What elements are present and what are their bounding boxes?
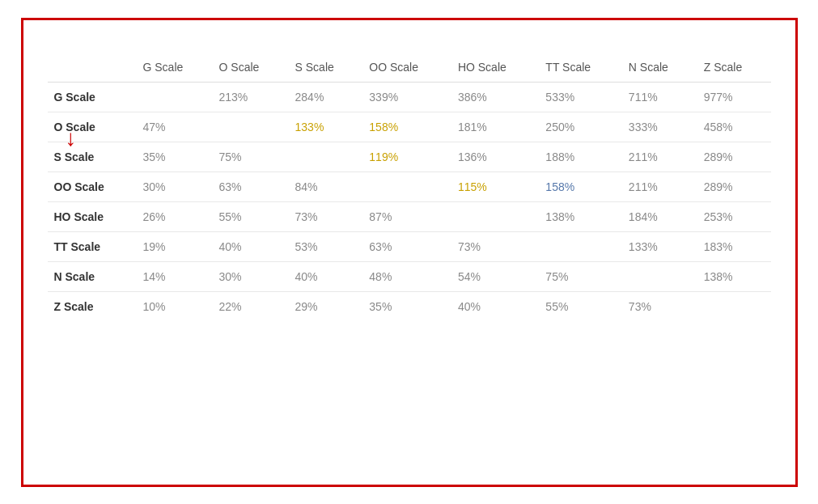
cell-7-1: 22%: [213, 291, 289, 321]
cell-3-1: 63%: [213, 172, 289, 201]
cell-1-1: [213, 112, 289, 142]
column-header-g-scale: G Scale: [137, 53, 213, 83]
cell-3-4: 115%: [451, 172, 539, 201]
row-label-g-scale: G Scale: [48, 82, 137, 112]
cell-1-6: 333%: [622, 112, 697, 142]
cell-7-6: 73%: [622, 291, 697, 321]
cell-5-0: 19%: [137, 231, 213, 261]
column-header-s-scale: S Scale: [289, 53, 363, 83]
cell-7-0: 10%: [137, 291, 213, 321]
cell-0-4: 386%: [451, 82, 539, 112]
cell-2-6: 211%: [622, 142, 697, 172]
cell-7-7: [697, 291, 771, 321]
cell-6-2: 40%: [289, 261, 363, 291]
cell-5-6: 133%: [622, 231, 697, 261]
conversion-table: G ScaleO ScaleS ScaleOO ScaleHO ScaleTT …: [48, 53, 771, 321]
cell-7-2: 29%: [289, 291, 363, 321]
cell-5-5: [539, 231, 622, 261]
cell-0-0: [137, 82, 213, 112]
cell-3-0: 30%: [137, 172, 213, 201]
column-header-tt-scale: TT Scale: [539, 53, 622, 83]
column-header-z-scale: Z Scale: [697, 53, 771, 83]
cell-1-4: 181%: [451, 112, 539, 142]
cell-3-6: 211%: [622, 172, 697, 201]
cell-6-5: 75%: [539, 261, 622, 291]
cell-3-2: 84%: [289, 172, 363, 201]
cell-0-6: 711%: [622, 82, 697, 112]
cell-3-5: 158%: [539, 172, 622, 201]
column-header-n-scale: N Scale: [622, 53, 697, 83]
table-row: HO Scale26%55%73%87%138%184%253%: [48, 201, 771, 231]
cell-4-5: 138%: [539, 201, 622, 231]
cell-3-7: 289%: [697, 172, 771, 201]
cell-2-1: 75%: [213, 142, 289, 172]
row-label-z-scale: Z Scale: [48, 291, 137, 321]
cell-0-5: 533%: [539, 82, 622, 112]
cell-1-7: 458%: [697, 112, 771, 142]
table-row: OO Scale30%63%84%115%158%211%289%: [48, 172, 771, 201]
cell-1-5: 250%: [539, 112, 622, 142]
cell-4-1: 55%: [213, 201, 289, 231]
cell-2-4: 136%: [451, 142, 539, 172]
cell-7-5: 55%: [539, 291, 622, 321]
cell-6-6: [622, 261, 697, 291]
cell-2-5: 188%: [539, 142, 622, 172]
cell-2-3: 119%: [362, 142, 451, 172]
cell-5-1: 40%: [213, 231, 289, 261]
row-label-n-scale: N Scale: [48, 261, 137, 291]
cell-4-3: 87%: [362, 201, 451, 231]
column-header-oo-scale: OO Scale: [362, 53, 451, 83]
row-label-o-scale: O Scale: [48, 112, 137, 142]
cell-4-4: [451, 201, 539, 231]
arrow-icon: ↓: [66, 125, 77, 151]
cell-1-0: 47%: [137, 112, 213, 142]
cell-0-1: 213%: [213, 82, 289, 112]
cell-3-3: [362, 172, 451, 201]
cell-6-7: 138%: [697, 261, 771, 291]
cell-0-2: 284%: [289, 82, 363, 112]
cell-5-7: 183%: [697, 231, 771, 261]
cell-4-2: 73%: [289, 201, 363, 231]
row-label-s-scale: S Scale: [48, 142, 137, 172]
column-header-o-scale: O Scale: [213, 53, 289, 83]
table-row: O Scale47%133%158%181%250%333%458%: [48, 112, 771, 142]
cell-0-7: 977%: [697, 82, 771, 112]
table-row: G Scale213%284%339%386%533%711%977%: [48, 82, 771, 112]
cell-6-4: 54%: [451, 261, 539, 291]
cell-6-0: 14%: [137, 261, 213, 291]
column-header-ho-scale: HO Scale: [451, 53, 539, 83]
cell-7-3: 35%: [362, 291, 451, 321]
cell-1-3: 158%: [362, 112, 451, 142]
cell-1-2: 133%: [289, 112, 363, 142]
cell-2-2: [289, 142, 363, 172]
cell-5-3: 63%: [362, 231, 451, 261]
table-row: TT Scale19%40%53%63%73%133%183%: [48, 231, 771, 261]
cell-5-4: 73%: [451, 231, 539, 261]
cell-5-2: 53%: [289, 231, 363, 261]
cell-4-6: 184%: [622, 201, 697, 231]
table-row: Z Scale10%22%29%35%40%55%73%: [48, 291, 771, 321]
header-arrow-cell: [48, 53, 137, 83]
cell-7-4: 40%: [451, 291, 539, 321]
row-label-tt-scale: TT Scale: [48, 231, 137, 261]
cell-4-0: 26%: [137, 201, 213, 231]
cell-4-7: 253%: [697, 201, 771, 231]
row-label-ho-scale: HO Scale: [48, 201, 137, 231]
cell-6-3: 48%: [362, 261, 451, 291]
cell-2-0: 35%: [137, 142, 213, 172]
row-label-oo-scale: OO Scale: [48, 172, 137, 201]
cell-2-7: 289%: [697, 142, 771, 172]
cell-6-1: 30%: [213, 261, 289, 291]
cell-0-3: 339%: [362, 82, 451, 112]
table-row: S Scale35%75%119%136%188%211%289%: [48, 142, 771, 172]
table-row: N Scale14%30%40%48%54%75%138%: [48, 261, 771, 291]
chart-container: ↓ G ScaleO ScaleS ScaleOO ScaleHO ScaleT…: [21, 18, 798, 487]
